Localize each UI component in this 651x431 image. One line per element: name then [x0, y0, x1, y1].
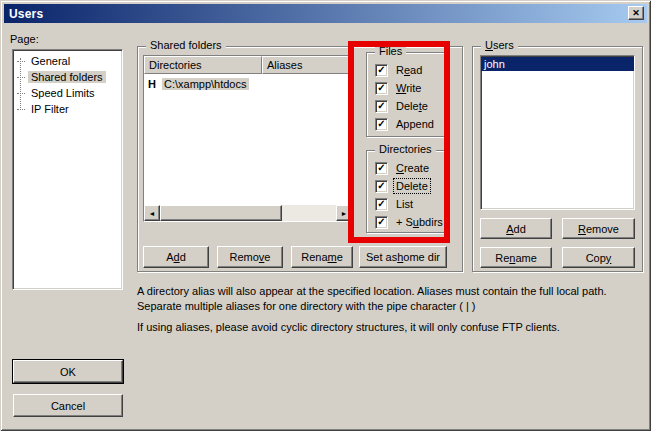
- checkbox-files-read[interactable]: ✓ Read: [375, 61, 436, 79]
- scroll-right-button[interactable]: ►: [336, 205, 352, 221]
- page-item-label: IP Filter: [28, 103, 72, 115]
- cancel-button[interactable]: Cancel: [13, 394, 123, 417]
- page-item-shared-folders[interactable]: Shared folders: [13, 69, 122, 85]
- set-as-home-dir-button[interactable]: Set as home dir: [359, 246, 447, 268]
- files-group-label: Files: [375, 45, 406, 57]
- scrollbar-track[interactable]: [282, 205, 336, 221]
- checkbox-label: Write: [394, 81, 423, 95]
- checkbox-dirs-list[interactable]: ✓ List: [375, 195, 445, 213]
- home-dir-marker: H: [148, 78, 156, 90]
- ok-button[interactable]: OK: [13, 360, 123, 383]
- column-header-aliases[interactable]: Aliases: [262, 56, 352, 74]
- user-name: john: [484, 58, 505, 70]
- checkbox-label: Create: [394, 161, 431, 175]
- check-icon: ✓: [377, 119, 385, 129]
- scroll-left-button[interactable]: ◄: [144, 205, 160, 221]
- scroll-right-icon: ►: [341, 210, 348, 217]
- page-item-speed-limits[interactable]: Speed Limits: [13, 85, 122, 101]
- check-icon: ✓: [377, 217, 385, 227]
- checkbox-box: ✓: [375, 180, 388, 193]
- alias-help-paragraph-1: A directory alias will also appear at th…: [137, 284, 643, 314]
- page-item-ip-filter[interactable]: IP Filter: [13, 101, 122, 117]
- check-icon: ✓: [377, 83, 385, 93]
- users-rename-button[interactable]: Rename: [480, 247, 552, 268]
- checkbox-dirs-subdirs[interactable]: ✓ + Subdirs: [375, 213, 445, 231]
- directory-path: C:\xampp\htdocs: [162, 78, 249, 90]
- checkbox-box: ✓: [375, 162, 388, 175]
- tree-connector: [17, 93, 25, 94]
- checkbox-files-write[interactable]: ✓ Write: [375, 79, 436, 97]
- checkbox-label: Append: [394, 117, 436, 131]
- check-icon: ✓: [377, 163, 385, 173]
- tree-connector: [17, 109, 25, 110]
- users-dialog: Users ✕ Page: General Shared folders Spe…: [0, 0, 651, 431]
- checkbox-box: ✓: [375, 216, 388, 229]
- checkbox-label: Delete: [394, 179, 430, 193]
- directories-permissions-group: Directories ✓ Create ✓ Delete ✓ List ✓ +…: [366, 150, 446, 233]
- shared-folder-row[interactable]: H C:\xampp\htdocs: [144, 76, 352, 91]
- window-title: Users: [9, 7, 43, 21]
- user-list-item[interactable]: john: [481, 57, 634, 71]
- close-icon: ✕: [632, 8, 640, 18]
- checkbox-box: ✓: [375, 100, 388, 113]
- checkbox-files-delete[interactable]: ✓ Delete: [375, 97, 436, 115]
- checkbox-dirs-delete[interactable]: ✓ Delete: [375, 177, 445, 195]
- users-copy-button[interactable]: Copy: [562, 247, 635, 268]
- page-label: Page:: [10, 33, 39, 45]
- page-item-label: General: [28, 55, 73, 67]
- page-item-label: Shared folders: [28, 71, 106, 83]
- checkbox-label: + Subdirs: [394, 215, 445, 229]
- tree-connector: [17, 77, 25, 78]
- alias-help-text: A directory alias will also appear at th…: [137, 284, 643, 335]
- listview-header: Directories Aliases: [144, 56, 352, 74]
- listview-body: H C:\xampp\htdocs: [144, 74, 352, 205]
- shared-folders-listview: Directories Aliases H C:\xampp\htdocs ◄ …: [143, 55, 353, 222]
- checkbox-box: ✓: [375, 82, 388, 95]
- check-icon: ✓: [377, 181, 385, 191]
- shared-rename-button[interactable]: Rename: [291, 246, 353, 268]
- users-add-button[interactable]: Add: [480, 218, 552, 239]
- checkbox-dirs-create[interactable]: ✓ Create: [375, 159, 445, 177]
- page-listbox: General Shared folders Speed Limits IP F…: [12, 49, 123, 290]
- shared-folders-group-label: Shared folders: [146, 39, 226, 51]
- scroll-left-icon: ◄: [149, 210, 156, 217]
- directories-group-label: Directories: [375, 143, 436, 155]
- shared-add-button[interactable]: Add: [143, 246, 209, 268]
- users-group-label: Users: [481, 39, 518, 51]
- check-icon: ✓: [377, 101, 385, 111]
- checkbox-label: Delete: [394, 99, 430, 113]
- scrollbar-thumb[interactable]: [160, 205, 282, 221]
- checkbox-box: ✓: [375, 118, 388, 131]
- horizontal-scrollbar[interactable]: ◄ ►: [144, 205, 352, 221]
- checkbox-label: List: [394, 197, 415, 211]
- titlebar[interactable]: Users ✕: [4, 4, 647, 23]
- files-permissions-group: Files ✓ Read ✓ Write ✓ Delete ✓ Append: [366, 52, 446, 137]
- checkbox-label: Read: [394, 63, 424, 77]
- close-button[interactable]: ✕: [628, 6, 644, 20]
- users-remove-button[interactable]: Remove: [562, 218, 635, 239]
- users-listbox: john: [480, 55, 635, 210]
- checkbox-box: ✓: [375, 198, 388, 211]
- check-icon: ✓: [377, 65, 385, 75]
- page-item-label: Speed Limits: [28, 87, 98, 99]
- shared-remove-button[interactable]: Remove: [217, 246, 283, 268]
- tree-connector: [17, 61, 25, 62]
- checkbox-files-append[interactable]: ✓ Append: [375, 115, 436, 133]
- page-item-general[interactable]: General: [13, 53, 122, 69]
- alias-help-paragraph-2: If using aliases, please avoid cyclic di…: [137, 320, 643, 335]
- column-header-directories[interactable]: Directories: [144, 56, 262, 74]
- checkbox-box: ✓: [375, 64, 388, 77]
- check-icon: ✓: [377, 199, 385, 209]
